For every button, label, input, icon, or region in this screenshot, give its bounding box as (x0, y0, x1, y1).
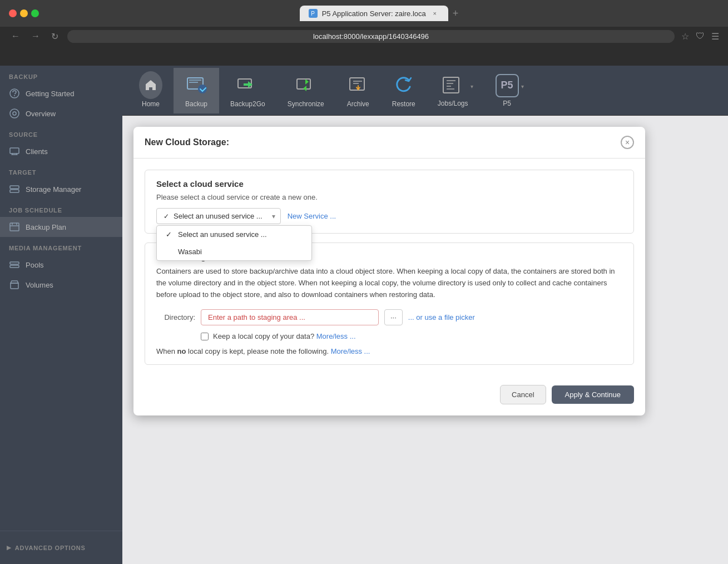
nav-home[interactable]: Home (128, 68, 174, 113)
nav-jobslogs[interactable]: Jobs/Logs ▾ (427, 68, 484, 113)
sidebar-item-overview[interactable]: Overview (0, 103, 122, 123)
cancel-button[interactable]: Cancel (500, 385, 546, 404)
getting-started-icon (9, 88, 20, 99)
source-section-label: SOURCE (0, 123, 122, 141)
nav-archive[interactable]: Archive (335, 68, 381, 113)
directory-label: Directory: (156, 313, 195, 321)
star-icon[interactable]: ☆ (681, 31, 689, 42)
volumes-label: Volumes (26, 281, 53, 289)
dialog-header: New Cloud Storage: × (133, 127, 645, 159)
new-cloud-storage-dialog: New Cloud Storage: × Select a cloud serv… (133, 127, 645, 415)
no-local-copy-note: When no local copy is kept, please note … (156, 347, 622, 355)
service-selected-value: Select an unused service ... (174, 212, 263, 220)
url-input[interactable] (67, 30, 675, 43)
svg-point-3 (13, 112, 16, 115)
dialog-footer: Cancel Apply & Continue (133, 376, 645, 415)
minimize-window-button[interactable] (20, 9, 28, 17)
tab-close-button[interactable]: × (430, 9, 439, 18)
app-container: BACKUP Getting Started Overview SOURCE C… (0, 66, 728, 564)
restore-nav-label: Restore (392, 100, 415, 108)
menu-icon[interactable]: ☰ (711, 31, 719, 42)
dropdown-item-0[interactable]: ✓ Select an unused service ... (157, 226, 311, 243)
keep-local-copy-checkbox[interactable] (201, 333, 209, 340)
synchronize-nav-label: Synchronize (288, 100, 324, 108)
jobslogs-arrow-icon: ▾ (471, 83, 473, 90)
job-schedule-section-label: JOB SCHEDULE (0, 199, 122, 217)
top-nav: Home Backup (122, 66, 728, 116)
browser-tab[interactable]: P P5 Application Server: zaire.loca × (300, 6, 448, 21)
dialog-title: New Cloud Storage: (145, 137, 229, 147)
reload-button[interactable]: ↻ (49, 29, 61, 44)
traffic-lights (9, 9, 39, 17)
new-service-link[interactable]: New Service ... (288, 212, 336, 220)
sidebar-item-storage-manager[interactable]: Storage Manager (0, 179, 122, 199)
more-less-link-2[interactable]: More/less ... (331, 347, 370, 355)
nav-backup[interactable]: Backup (174, 68, 219, 113)
local-storage-section: Local storage Containers are used to sto… (145, 243, 634, 365)
nav-p5[interactable]: P5 P5 ▾ (484, 68, 535, 113)
svg-rect-9 (10, 265, 19, 268)
nav-synchronize[interactable]: Synchronize (276, 68, 335, 113)
dialog-close-button[interactable]: × (621, 136, 634, 149)
directory-input[interactable] (201, 309, 379, 325)
backup-nav-icon (185, 73, 208, 97)
service-select[interactable]: ✓ Select an unused service ... (156, 208, 281, 224)
dropdown-item-label-0: Select an unused service ... (178, 230, 267, 239)
synchronize-nav-icon (294, 73, 318, 97)
new-tab-button[interactable]: + (448, 6, 463, 22)
content-area: New Cloud Storage: × Select a cloud serv… (122, 116, 728, 564)
backup2go-nav-label: Backup2Go (230, 100, 265, 108)
maximize-window-button[interactable] (31, 9, 39, 17)
overview-icon (9, 108, 20, 119)
browser-chrome: P P5 Application Server: zaire.loca × + … (0, 0, 728, 66)
nav-restore[interactable]: Restore (381, 68, 427, 113)
select-chevron-icon: ▾ (272, 212, 275, 220)
advanced-options-label: ADVANCED OPTIONS (15, 545, 86, 551)
local-storage-description: Containers are used to store backup/arch… (156, 266, 622, 300)
sidebar-item-pools[interactable]: Pools (0, 255, 122, 275)
svg-rect-10 (11, 283, 18, 289)
directory-row: Directory: ··· ... or use a file picker (156, 309, 622, 325)
dropdown-item-1[interactable]: Wasabi (157, 243, 311, 260)
svg-point-1 (14, 95, 15, 96)
clients-label: Clients (26, 147, 48, 156)
note-bold-text: no (177, 347, 186, 355)
archive-nav-label: Archive (347, 100, 369, 108)
address-bar-icons: ☆ 🛡 ☰ (681, 31, 719, 42)
apply-continue-button[interactable]: Apply & Continue (552, 385, 634, 404)
tab-title: P5 Application Server: zaire.loca (322, 9, 426, 18)
close-window-button[interactable] (9, 9, 17, 17)
svg-rect-4 (10, 148, 19, 154)
shield-icon: 🛡 (696, 31, 705, 42)
file-picker-button[interactable]: ··· (384, 309, 403, 325)
sidebar-item-volumes[interactable]: Volumes (0, 275, 122, 295)
sidebar-content: BACKUP Getting Started Overview SOURCE C… (0, 66, 122, 531)
file-picker-link[interactable]: ... or use a file picker (408, 313, 475, 321)
clients-icon (9, 146, 20, 157)
home-nav-label: Home (142, 100, 160, 108)
nav-backup2go[interactable]: Backup2Go (219, 68, 276, 113)
svg-point-2 (10, 109, 19, 118)
cloud-service-title: Select a cloud service (156, 179, 622, 189)
volumes-icon (9, 279, 20, 290)
sidebar-item-backup-plan[interactable]: Backup Plan (0, 217, 122, 237)
backup-plan-icon (9, 221, 20, 232)
svg-rect-7 (10, 223, 19, 231)
target-section-label: TARGET (0, 161, 122, 179)
svg-rect-6 (10, 190, 19, 192)
sidebar-item-clients[interactable]: Clients (0, 141, 122, 161)
pools-icon (9, 259, 20, 270)
backup-plan-label: Backup Plan (26, 223, 66, 231)
backup2go-nav-icon (236, 73, 259, 97)
forward-button[interactable]: → (29, 29, 42, 43)
cloud-service-row: ✓ Select an unused service ... ▾ ✓ Selec… (156, 208, 622, 224)
dropdown-item-label-1: Wasabi (178, 248, 202, 256)
more-less-link-1[interactable]: More/less ... (316, 332, 356, 340)
advanced-options-toggle[interactable]: ▶ ADVANCED OPTIONS (0, 531, 122, 564)
restore-nav-icon (392, 73, 415, 97)
sidebar-item-getting-started[interactable]: Getting Started (0, 83, 122, 103)
archive-nav-icon (346, 73, 370, 97)
keep-local-copy-row: Keep a local copy of your data? More/les… (156, 332, 622, 340)
svg-rect-16 (443, 77, 459, 93)
back-button[interactable]: ← (9, 29, 22, 43)
